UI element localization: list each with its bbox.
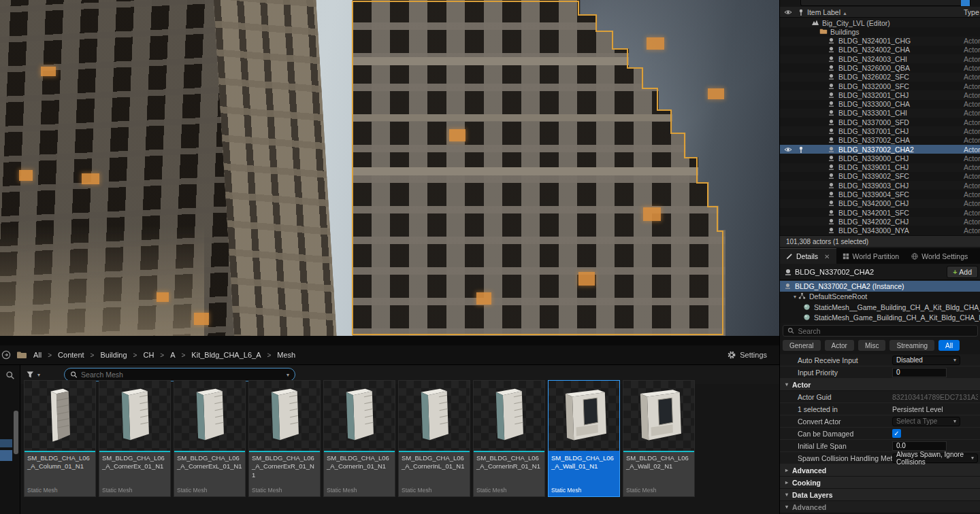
- category-tab-all[interactable]: All: [938, 340, 960, 351]
- category-tab-general[interactable]: General: [783, 340, 821, 351]
- outliner-row[interactable]: BLDG_N326000_QBAActor: [780, 63, 980, 72]
- property-value: ✓: [892, 429, 901, 438]
- outliner-row[interactable]: BLDG_N343000_NYAActor: [780, 226, 980, 235]
- asset-tile[interactable]: SM_BLDG_CHA_L06_A_CornerInR_01_N1Static …: [473, 380, 545, 497]
- asset-search-input[interactable]: [81, 371, 283, 379]
- settings-button[interactable]: Settings: [728, 351, 767, 359]
- outliner-row[interactable]: BLDG_N333000_CHAActor: [780, 100, 980, 109]
- category-tab-streaming[interactable]: Streaming: [889, 340, 934, 351]
- asset-tile[interactable]: SM_BLDG_CHA_L06_A_CornerIn_01_N1Static M…: [323, 380, 395, 497]
- outliner-row[interactable]: BLDG_N333001_CHIActor: [780, 109, 980, 118]
- close-icon[interactable]: ✕: [824, 253, 830, 260]
- outliner-item-type: Actor: [964, 100, 980, 108]
- breadcrumb-item-kit_bldg_cha_l6_a[interactable]: Kit_Bldg_CHA_L6_A: [191, 351, 261, 359]
- section-header[interactable]: ▸Cooking: [780, 477, 980, 489]
- filter-icon[interactable]: [26, 371, 35, 379]
- pin-icon[interactable]: [797, 8, 805, 16]
- section-header[interactable]: ▾Actor: [780, 379, 980, 391]
- outliner-row[interactable]: BLDG_N337002_CHAActor: [780, 136, 980, 145]
- outliner-search-partial[interactable]: [800, 0, 970, 6]
- section-header[interactable]: ▾Data Layers: [780, 489, 980, 501]
- asset-tile[interactable]: SM_BLDG_CHA_L06_A_Wall_01_N1Static Mesh: [548, 380, 620, 497]
- outliner-row[interactable]: Buildings: [780, 27, 980, 36]
- asset-name: SM_BLDG_CHA_L06_A_Wall_01_N1: [551, 454, 617, 471]
- asset-tile[interactable]: SM_BLDG_CHA_L06_A_CornerInL_01_N1Static …: [398, 380, 470, 497]
- tab-world-partition[interactable]: World Partition: [836, 248, 906, 264]
- expander-icon[interactable]: ▾: [794, 294, 796, 300]
- outliner-sort-label[interactable]: Item Label ▲: [807, 8, 847, 16]
- actor-icon: [828, 37, 836, 45]
- outliner-row[interactable]: BLDG_N332000_SFCActor: [780, 82, 980, 90]
- gear-icon: [728, 351, 736, 359]
- breadcrumb-item-content[interactable]: Content: [58, 351, 84, 359]
- breadcrumb-item-mesh[interactable]: Mesh: [277, 351, 295, 359]
- outliner-row[interactable]: BLDG_N324003_CHIActor: [780, 54, 980, 63]
- eye-icon[interactable]: [784, 145, 792, 154]
- asset-type: Static Mesh: [252, 487, 282, 494]
- outliner-row[interactable]: BLDG_N339002_SFCActor: [780, 172, 980, 181]
- outliner-row[interactable]: BLDG_N326002_SFCActor: [780, 73, 980, 82]
- globe-icon: [911, 253, 918, 260]
- category-tab-actor[interactable]: Actor: [825, 340, 854, 351]
- asset-grid: SM_BLDG_CHA_L06_A_Column_01_N1Static Mes…: [24, 380, 704, 497]
- details-search[interactable]: [783, 325, 978, 337]
- asset-tile[interactable]: SM_BLDG_CHA_L06_A_Wall_02_N1Static Mesh: [623, 380, 695, 497]
- selected-actor-name: BLDG_N337002_CHA2: [795, 268, 874, 276]
- outliner-item-label: BLDG_N337001_CHJ: [838, 127, 909, 135]
- outliner-row[interactable]: BLDG_N342001_SFCActor: [780, 208, 980, 217]
- tab-world-settings[interactable]: World Settings: [905, 248, 974, 264]
- asset-tile[interactable]: SM_BLDG_CHA_L06_A_CornerExL_01_N1Static …: [174, 380, 246, 497]
- asset-tile[interactable]: SM_BLDG_CHA_L06_A_CornerExR_01_N1Static …: [248, 380, 321, 497]
- breadcrumb-item-all[interactable]: All: [33, 351, 42, 359]
- outliner-row[interactable]: BLDG_N324001_CHGActor: [780, 37, 980, 46]
- checkbox-checked[interactable]: ✓: [892, 429, 901, 438]
- component-row[interactable]: StaticMesh__Game_Building_CH_A_Kit_Bldg_…: [780, 302, 980, 313]
- section-header[interactable]: ▸Advanced: [780, 464, 980, 477]
- details-search-input[interactable]: [798, 327, 973, 335]
- breadcrumb-item-building[interactable]: Building: [100, 351, 127, 359]
- breadcrumb-item-ch[interactable]: CH: [143, 351, 154, 359]
- breadcrumb-separator: >: [48, 352, 52, 359]
- value-input[interactable]: 0: [892, 368, 947, 377]
- category-tab-misc[interactable]: Misc: [858, 340, 886, 351]
- value-input[interactable]: 0.0: [892, 441, 947, 451]
- scrollbar[interactable]: [14, 411, 18, 454]
- component-row[interactable]: BLDG_N337002_CHA2 (Instance): [780, 281, 980, 292]
- outliner-row[interactable]: BLDG_N337000_SFDActor: [780, 118, 980, 126]
- pin-icon[interactable]: [797, 145, 805, 154]
- outliner-row[interactable]: BLDG_N342000_CHJActor: [780, 199, 980, 208]
- outliner-row[interactable]: BLDG_N339003_CHJActor: [780, 181, 980, 190]
- outliner-row[interactable]: BLDG_N337002_CHA2Actor: [780, 145, 980, 154]
- outliner-settings-button-partial[interactable]: [961, 0, 970, 6]
- property-value: 0.0: [892, 441, 947, 451]
- level-viewport[interactable]: [0, 0, 779, 345]
- outliner-row[interactable]: BLDG_N332001_CHJActor: [780, 90, 980, 99]
- outliner-row[interactable]: BLDG_N339000_CHJActor: [780, 154, 980, 162]
- section-header[interactable]: ▾Advanced: [780, 501, 980, 513]
- dropdown[interactable]: Select a Type▾: [892, 417, 960, 426]
- add-component-button[interactable]: + Add: [947, 266, 978, 278]
- tab-details[interactable]: Details ✕: [780, 248, 836, 264]
- dropdown[interactable]: Always Spawn, Ignore Collisions▾: [892, 453, 978, 463]
- breadcrumb-item-a[interactable]: A: [170, 351, 175, 359]
- eye-icon[interactable]: [784, 8, 792, 16]
- outliner-row[interactable]: Big_City_LVL (Editor): [780, 18, 980, 27]
- component-row[interactable]: StaticMesh_Game_Building_CH_A_Kit_Bldg_C…: [780, 313, 980, 324]
- chevron-down-icon[interactable]: ▾: [287, 372, 289, 378]
- outliner-row[interactable]: BLDG_N324002_CHAActor: [780, 46, 980, 54]
- circle-arrow-icon[interactable]: [1, 350, 11, 360]
- chevron-down-icon[interactable]: ▾: [37, 372, 40, 378]
- asset-tile[interactable]: SM_BLDG_CHA_L06_A_Column_01_N1Static Mes…: [24, 380, 96, 497]
- outliner-row[interactable]: BLDG_N339001_CHJActor: [780, 163, 980, 172]
- component-row[interactable]: ▾DefaultSceneRoot: [780, 292, 980, 303]
- asset-label: SM_BLDG_CHA_L06_A_CornerInR_01_N1Static …: [474, 452, 544, 496]
- asset-search[interactable]: ▾: [64, 368, 295, 381]
- outliner-row[interactable]: BLDG_N342002_CHJActor: [780, 217, 980, 226]
- search-icon[interactable]: [5, 371, 15, 380]
- outliner-row[interactable]: BLDG_N337001_CHJActor: [780, 126, 980, 135]
- dropdown[interactable]: Disabled▾: [892, 356, 960, 365]
- outliner-type-column-header[interactable]: Type: [964, 8, 979, 16]
- asset-tile[interactable]: SM_BLDG_CHA_L06_A_CornerEx_01_N1Static M…: [99, 380, 171, 497]
- rail-selection-fragment: [0, 439, 12, 447]
- outliner-row[interactable]: BLDG_N339004_SFCActor: [780, 190, 980, 199]
